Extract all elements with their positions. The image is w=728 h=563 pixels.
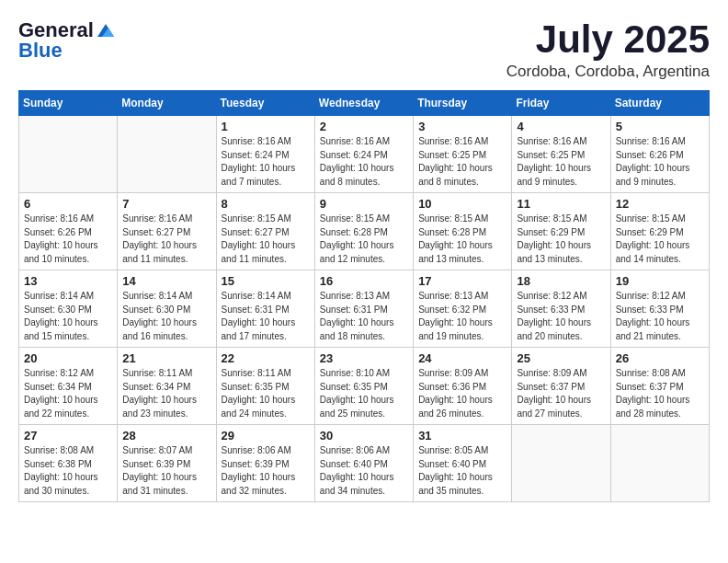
calendar-cell: 22Sunrise: 8:11 AM Sunset: 6:35 PM Dayli… [216, 348, 314, 425]
day-number: 3 [418, 120, 506, 133]
header-wednesday: Wednesday [314, 91, 413, 116]
title-block: July 2025 Cordoba, Cordoba, Argentina [506, 18, 710, 81]
calendar-cell: 5Sunrise: 8:16 AM Sunset: 6:26 PM Daylig… [610, 116, 709, 193]
day-info: Sunrise: 8:15 AM Sunset: 6:29 PM Dayligh… [616, 213, 704, 266]
day-number: 21 [122, 351, 210, 365]
calendar-cell: 16Sunrise: 8:13 AM Sunset: 6:31 PM Dayli… [314, 270, 413, 348]
day-info: Sunrise: 8:08 AM Sunset: 6:38 PM Dayligh… [24, 444, 112, 498]
day-number: 10 [418, 197, 506, 211]
calendar-cell: 3Sunrise: 8:16 AM Sunset: 6:25 PM Daylig… [414, 116, 512, 193]
header-saturday: Saturday [610, 91, 709, 116]
day-info: Sunrise: 8:13 AM Sunset: 6:32 PM Dayligh… [418, 290, 506, 343]
calendar-cell [19, 116, 118, 193]
day-number: 11 [517, 197, 605, 211]
day-number: 31 [418, 429, 506, 442]
day-number: 1 [222, 120, 310, 133]
calendar-cell: 8Sunrise: 8:15 AM Sunset: 6:27 PM Daylig… [216, 193, 314, 270]
calendar-cell: 21Sunrise: 8:11 AM Sunset: 6:34 PM Dayli… [118, 348, 216, 425]
day-info: Sunrise: 8:15 AM Sunset: 6:28 PM Dayligh… [320, 213, 408, 266]
day-info: Sunrise: 8:15 AM Sunset: 6:27 PM Dayligh… [222, 213, 310, 266]
calendar-cell: 30Sunrise: 8:06 AM Sunset: 6:40 PM Dayli… [314, 425, 413, 502]
day-number: 15 [222, 274, 310, 288]
day-number: 18 [517, 274, 605, 288]
day-info: Sunrise: 8:16 AM Sunset: 6:27 PM Dayligh… [122, 213, 210, 266]
header-sunday: Sunday [19, 91, 118, 116]
day-info: Sunrise: 8:08 AM Sunset: 6:37 PM Dayligh… [616, 367, 704, 420]
day-info: Sunrise: 8:16 AM Sunset: 6:24 PM Dayligh… [222, 135, 310, 189]
day-number: 16 [320, 274, 408, 288]
day-number: 4 [517, 120, 605, 133]
location-title: Cordoba, Cordoba, Argentina [506, 63, 710, 81]
week-row-3: 13Sunrise: 8:14 AM Sunset: 6:30 PM Dayli… [19, 270, 710, 348]
day-info: Sunrise: 8:05 AM Sunset: 6:40 PM Dayligh… [418, 444, 506, 498]
week-row-1: 1Sunrise: 8:16 AM Sunset: 6:24 PM Daylig… [19, 116, 710, 193]
day-info: Sunrise: 8:14 AM Sunset: 6:31 PM Dayligh… [222, 290, 310, 343]
calendar-cell: 1Sunrise: 8:16 AM Sunset: 6:24 PM Daylig… [216, 116, 314, 193]
header-thursday: Thursday [414, 91, 512, 116]
day-number: 8 [222, 197, 310, 211]
calendar-cell: 18Sunrise: 8:12 AM Sunset: 6:33 PM Dayli… [512, 270, 610, 348]
day-number: 20 [24, 351, 112, 365]
day-number: 9 [320, 197, 408, 211]
month-title: July 2025 [506, 18, 710, 61]
day-number: 19 [616, 274, 704, 288]
day-info: Sunrise: 8:09 AM Sunset: 6:36 PM Dayligh… [418, 367, 506, 420]
calendar-cell: 20Sunrise: 8:12 AM Sunset: 6:34 PM Dayli… [19, 348, 118, 425]
day-info: Sunrise: 8:13 AM Sunset: 6:31 PM Dayligh… [320, 290, 408, 343]
day-info: Sunrise: 8:06 AM Sunset: 6:40 PM Dayligh… [320, 444, 408, 498]
calendar-cell: 2Sunrise: 8:16 AM Sunset: 6:24 PM Daylig… [314, 116, 413, 193]
day-info: Sunrise: 8:16 AM Sunset: 6:25 PM Dayligh… [418, 135, 506, 189]
week-row-2: 6Sunrise: 8:16 AM Sunset: 6:26 PM Daylig… [19, 193, 710, 270]
calendar-cell: 9Sunrise: 8:15 AM Sunset: 6:28 PM Daylig… [314, 193, 413, 270]
calendar-cell [610, 425, 709, 502]
day-info: Sunrise: 8:12 AM Sunset: 6:33 PM Dayligh… [517, 290, 605, 343]
day-info: Sunrise: 8:16 AM Sunset: 6:24 PM Dayligh… [320, 135, 408, 189]
header-monday: Monday [118, 91, 216, 116]
day-number: 12 [616, 197, 704, 211]
logo-blue: Blue [18, 39, 116, 63]
calendar-cell: 25Sunrise: 8:09 AM Sunset: 6:37 PM Dayli… [512, 348, 610, 425]
day-number: 28 [122, 429, 210, 442]
day-number: 14 [122, 274, 210, 288]
week-row-4: 20Sunrise: 8:12 AM Sunset: 6:34 PM Dayli… [19, 348, 710, 425]
logo-icon [96, 22, 116, 39]
day-info: Sunrise: 8:12 AM Sunset: 6:34 PM Dayligh… [24, 367, 112, 420]
calendar-cell: 15Sunrise: 8:14 AM Sunset: 6:31 PM Dayli… [216, 270, 314, 348]
calendar-cell [512, 425, 610, 502]
calendar-cell: 11Sunrise: 8:15 AM Sunset: 6:29 PM Dayli… [512, 193, 610, 270]
calendar-cell: 23Sunrise: 8:10 AM Sunset: 6:35 PM Dayli… [314, 348, 413, 425]
calendar-cell: 6Sunrise: 8:16 AM Sunset: 6:26 PM Daylig… [19, 193, 118, 270]
page-header: General Blue July 2025 Cordoba, Cordoba,… [18, 18, 710, 81]
calendar-cell: 24Sunrise: 8:09 AM Sunset: 6:36 PM Dayli… [414, 348, 512, 425]
calendar-cell: 26Sunrise: 8:08 AM Sunset: 6:37 PM Dayli… [610, 348, 709, 425]
calendar-cell: 4Sunrise: 8:16 AM Sunset: 6:25 PM Daylig… [512, 116, 610, 193]
calendar-header-row: SundayMondayTuesdayWednesdayThursdayFrid… [19, 91, 710, 116]
day-info: Sunrise: 8:11 AM Sunset: 6:34 PM Dayligh… [122, 367, 210, 420]
logo: General Blue [18, 18, 116, 63]
day-number: 27 [24, 429, 112, 442]
calendar-cell: 13Sunrise: 8:14 AM Sunset: 6:30 PM Dayli… [19, 270, 118, 348]
calendar-cell: 7Sunrise: 8:16 AM Sunset: 6:27 PM Daylig… [118, 193, 216, 270]
week-row-5: 27Sunrise: 8:08 AM Sunset: 6:38 PM Dayli… [19, 425, 710, 502]
day-info: Sunrise: 8:14 AM Sunset: 6:30 PM Dayligh… [122, 290, 210, 343]
calendar-cell: 10Sunrise: 8:15 AM Sunset: 6:28 PM Dayli… [414, 193, 512, 270]
day-info: Sunrise: 8:15 AM Sunset: 6:29 PM Dayligh… [517, 213, 605, 266]
day-number: 30 [320, 429, 408, 442]
calendar-cell: 17Sunrise: 8:13 AM Sunset: 6:32 PM Dayli… [414, 270, 512, 348]
day-number: 29 [222, 429, 310, 442]
day-number: 23 [320, 351, 408, 365]
day-info: Sunrise: 8:09 AM Sunset: 6:37 PM Dayligh… [517, 367, 605, 420]
calendar-cell [118, 116, 216, 193]
calendar-cell: 29Sunrise: 8:06 AM Sunset: 6:39 PM Dayli… [216, 425, 314, 502]
header-tuesday: Tuesday [216, 91, 314, 116]
day-info: Sunrise: 8:16 AM Sunset: 6:26 PM Dayligh… [616, 135, 704, 189]
day-info: Sunrise: 8:11 AM Sunset: 6:35 PM Dayligh… [222, 367, 310, 420]
day-info: Sunrise: 8:12 AM Sunset: 6:33 PM Dayligh… [616, 290, 704, 343]
header-friday: Friday [512, 91, 610, 116]
day-number: 2 [320, 120, 408, 133]
day-number: 13 [24, 274, 112, 288]
calendar-cell: 14Sunrise: 8:14 AM Sunset: 6:30 PM Dayli… [118, 270, 216, 348]
day-info: Sunrise: 8:10 AM Sunset: 6:35 PM Dayligh… [320, 367, 408, 420]
calendar-cell: 31Sunrise: 8:05 AM Sunset: 6:40 PM Dayli… [414, 425, 512, 502]
day-number: 26 [616, 351, 704, 365]
